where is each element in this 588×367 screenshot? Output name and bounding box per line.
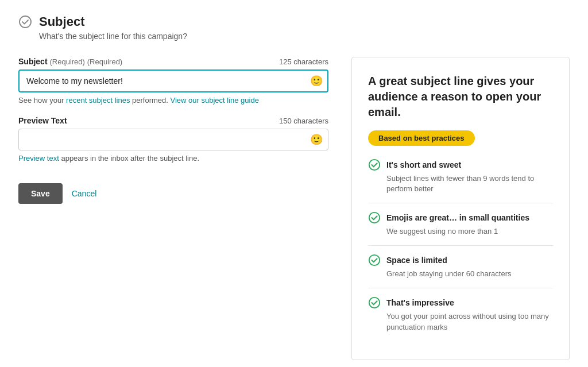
preview-input-wrapper: 🙂 xyxy=(18,129,328,150)
subject-label: Subject (Required) (Required) xyxy=(18,57,122,66)
svg-point-0 xyxy=(20,16,31,28)
svg-point-2 xyxy=(369,213,380,223)
required-tag-text: (Required) xyxy=(87,57,122,66)
checklist-item-title: It's short and sweet xyxy=(386,160,461,169)
checklist-item-title: That's impressive xyxy=(386,298,454,307)
subject-emoji-button[interactable]: 🙂 xyxy=(310,76,323,86)
preview-input[interactable] xyxy=(18,129,328,150)
page-header: Subject What's the subject line for this… xyxy=(18,14,570,41)
main-layout: Subject (Required) (Required) 125 charac… xyxy=(18,57,570,360)
right-tagline: A great subject line gives your audience… xyxy=(368,74,553,120)
checklist-item-header: That's impressive xyxy=(368,296,553,309)
check-icon xyxy=(368,296,381,309)
page-title: Subject xyxy=(39,14,187,30)
subject-field-header: Subject (Required) (Required) 125 charac… xyxy=(18,57,328,66)
checklist-item: Space is limited Great job staying under… xyxy=(368,245,553,288)
checklist-item: It's short and sweet Subject lines with … xyxy=(368,159,553,203)
checklist-item: Emojis are great… in small quantities We… xyxy=(368,203,553,245)
checklist-item-desc: Subject lines with fewer than 9 words te… xyxy=(368,173,553,195)
svg-point-1 xyxy=(369,159,380,169)
preview-label: Preview Text xyxy=(18,116,67,125)
subject-input[interactable] xyxy=(18,69,328,92)
best-practices-badge: Based on best practices xyxy=(368,130,475,146)
subject-char-count: 125 characters xyxy=(279,57,328,66)
checklist-item-title: Emojis are great… in small quantities xyxy=(386,213,529,222)
checklist-item-desc: You got your point across without using … xyxy=(368,311,553,333)
check-icon xyxy=(368,254,381,266)
recent-subject-lines-link[interactable]: recent subject lines xyxy=(66,96,130,105)
preview-field-group: Preview Text 150 characters 🙂 Preview te… xyxy=(18,116,328,163)
subject-field-group: Subject (Required) (Required) 125 charac… xyxy=(18,57,328,105)
cancel-button[interactable]: Cancel xyxy=(72,189,97,198)
preview-field-header: Preview Text 150 characters xyxy=(18,116,328,125)
check-circle-icon xyxy=(18,15,32,29)
right-panel: A great subject line gives your audience… xyxy=(351,57,570,360)
save-button[interactable]: Save xyxy=(18,183,63,204)
left-panel: Subject (Required) (Required) 125 charac… xyxy=(18,57,351,360)
preview-text-link[interactable]: Preview text xyxy=(18,154,59,163)
preview-help-text: Preview text appears in the inbox after … xyxy=(18,154,328,163)
page-subtitle: What's the subject line for this campaig… xyxy=(39,32,187,41)
checklist-item-desc: We suggest using no more than 1 xyxy=(368,226,553,237)
checklist-item-header: It's short and sweet xyxy=(368,159,553,171)
checklist-item-desc: Great job staying under 60 characters xyxy=(368,269,553,280)
svg-point-3 xyxy=(369,255,380,265)
check-icon xyxy=(368,159,381,171)
checklist-item-header: Space is limited xyxy=(368,254,553,266)
required-tag: (Required) xyxy=(49,57,84,66)
checklist-item-title: Space is limited xyxy=(386,256,447,265)
check-icon xyxy=(368,211,381,224)
action-buttons: Save Cancel xyxy=(18,183,328,204)
checklist: It's short and sweet Subject lines with … xyxy=(368,159,553,341)
checklist-item: That's impressive You got your point acr… xyxy=(368,288,553,341)
subject-input-wrapper: 🙂 xyxy=(18,69,328,92)
subject-help-text: See how your recent subject lines perfor… xyxy=(18,96,328,105)
subject-line-guide-link[interactable]: View our subject line guide xyxy=(170,96,258,105)
checklist-item-header: Emojis are great… in small quantities xyxy=(368,211,553,224)
svg-point-4 xyxy=(369,298,380,308)
preview-emoji-button[interactable]: 🙂 xyxy=(310,134,323,145)
preview-char-count: 150 characters xyxy=(279,117,328,125)
